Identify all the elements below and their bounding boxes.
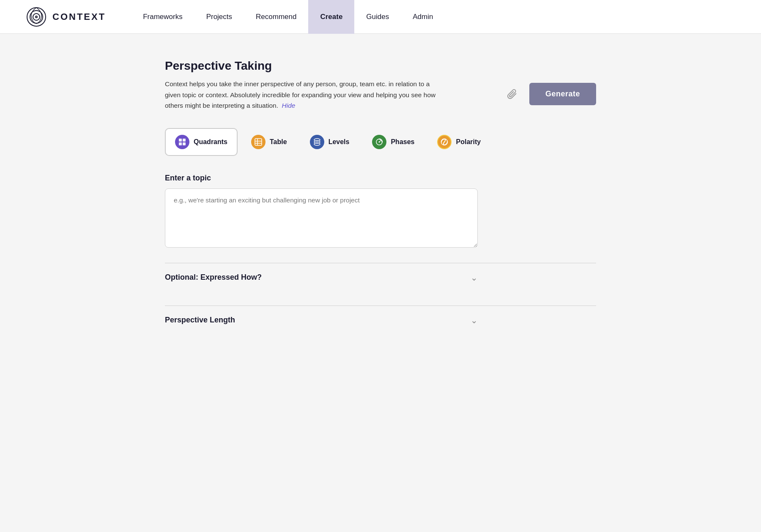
nav-guides[interactable]: Guides (354, 0, 401, 34)
app-name: CONTEXT (52, 11, 106, 22)
svg-point-3 (36, 16, 37, 18)
optional-section: Optional: Expressed How? ⌄ (165, 263, 596, 292)
svg-rect-8 (255, 139, 262, 145)
length-accordion-header[interactable]: Perspective Length ⌄ (165, 315, 478, 325)
quadrants-icon (175, 135, 189, 149)
attach-button[interactable] (503, 85, 522, 104)
context-logo-icon (25, 6, 47, 28)
optional-chevron-icon: ⌄ (471, 273, 478, 283)
nav-projects[interactable]: Projects (194, 0, 244, 34)
levels-icon (310, 135, 324, 149)
tab-quadrants[interactable]: Quadrants (165, 128, 238, 156)
tab-phases-label: Phases (391, 138, 414, 146)
main-content: Perspective Taking Context helps you tak… (148, 59, 613, 335)
topic-input[interactable] (165, 188, 478, 248)
optional-accordion-header[interactable]: Optional: Expressed How? ⌄ (165, 273, 478, 283)
tab-table[interactable]: Table (242, 129, 296, 155)
svg-rect-7 (183, 142, 186, 145)
length-title: Perspective Length (165, 316, 235, 325)
nav-create[interactable]: Create (308, 0, 354, 34)
phases-icon (372, 135, 386, 149)
page-title: Perspective Taking (165, 59, 596, 73)
table-icon (251, 135, 266, 149)
paperclip-icon (507, 89, 518, 100)
description-row: Context helps you take the inner perspec… (165, 79, 596, 111)
length-chevron-icon: ⌄ (471, 315, 478, 325)
tabs-row: Quadrants Table (165, 128, 596, 156)
nav-admin[interactable]: Admin (401, 0, 445, 34)
svg-point-2 (33, 14, 40, 20)
tab-polarity-label: Polarity (456, 138, 481, 146)
header: CONTEXT Frameworks Projects Recommend Cr… (0, 0, 761, 34)
logo-area: CONTEXT (25, 6, 106, 28)
tab-polarity[interactable]: Polarity (428, 129, 490, 155)
optional-title: Optional: Expressed How? (165, 273, 262, 282)
polarity-icon (437, 135, 452, 149)
tab-table-label: Table (270, 138, 287, 146)
action-area: Generate (503, 83, 596, 105)
tab-phases[interactable]: Phases (363, 129, 424, 155)
nav-recommend[interactable]: Recommend (244, 0, 308, 34)
description-text: Context helps you take the inner perspec… (165, 79, 444, 111)
length-section: Perspective Length ⌄ (165, 306, 596, 335)
svg-rect-5 (183, 139, 186, 142)
tab-levels[interactable]: Levels (301, 129, 359, 155)
svg-rect-4 (179, 139, 182, 142)
svg-rect-6 (179, 142, 182, 145)
main-nav: Frameworks Projects Recommend Create Gui… (131, 0, 736, 34)
generate-button[interactable]: Generate (529, 83, 596, 105)
topic-section: Enter a topic (165, 174, 596, 249)
svg-point-16 (379, 141, 380, 142)
tab-quadrants-label: Quadrants (194, 138, 227, 146)
topic-label: Enter a topic (165, 174, 596, 183)
hide-link[interactable]: Hide (282, 102, 296, 109)
nav-frameworks[interactable]: Frameworks (131, 0, 194, 34)
tab-levels-label: Levels (328, 138, 350, 146)
